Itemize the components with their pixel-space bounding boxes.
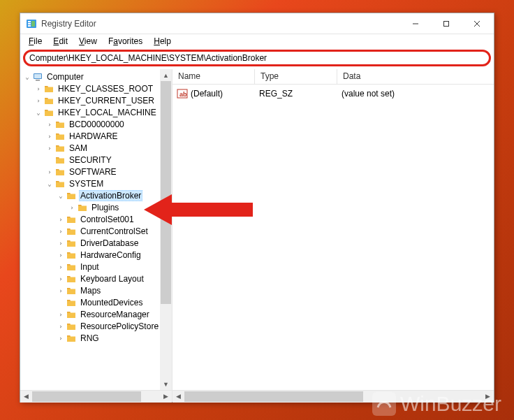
node-label: MountedDevices — [79, 298, 144, 307]
node-label: Plugins — [90, 203, 120, 212]
registry-editor-window: Registry Editor File Edit View Favorites… — [20, 13, 494, 403]
node-label: Input — [79, 262, 101, 272]
tree-node-controlset001[interactable]: ›ControlSet001 — [22, 213, 172, 225]
column-data[interactable]: Data — [337, 69, 494, 84]
tree-node-hkcr[interactable]: ›HKEY_CLASSES_ROOT — [22, 82, 172, 94]
address-bar[interactable] — [23, 50, 491, 66]
node-label: RNG — [79, 333, 101, 343]
chevron-down-icon[interactable]: ⌄ — [45, 180, 54, 188]
tree-node-resourcemanager[interactable]: ›ResourceManager — [22, 308, 172, 320]
scroll-thumb[interactable] — [161, 81, 171, 304]
menu-file[interactable]: File — [24, 35, 46, 48]
menu-view[interactable]: View — [75, 35, 101, 48]
tree-node-bcd[interactable]: ›BCD00000000 — [22, 118, 172, 130]
folder-icon — [55, 180, 65, 188]
value-row[interactable]: ab (Default) REG_SZ (value not set) — [177, 87, 490, 100]
menu-edit[interactable]: Edit — [49, 35, 72, 48]
chevron-right-icon[interactable]: › — [34, 85, 43, 93]
menu-help[interactable]: Help — [149, 35, 175, 48]
folder-icon — [66, 191, 76, 200]
chevron-down-icon[interactable]: ⌄ — [34, 108, 43, 117]
tree-node-hkcu[interactable]: ›HKEY_CURRENT_USER — [22, 94, 172, 106]
chevron-right-icon[interactable]: › — [57, 334, 65, 342]
tree-node-maps[interactable]: ›Maps — [22, 284, 172, 296]
tree-node-system[interactable]: ⌄SYSTEM — [22, 178, 172, 189]
chevron-right-icon[interactable]: › — [57, 310, 65, 319]
value-data: (value not set) — [342, 89, 395, 99]
tree-node-currentcontrolset[interactable]: ›CurrentControlSet — [22, 225, 172, 237]
tree-node-activationbroker[interactable]: ⌄ActivationBroker — [22, 189, 172, 201]
scroll-thumb[interactable] — [32, 391, 141, 402]
tree-node-plugins[interactable]: ›Plugins — [22, 201, 172, 213]
svg-rect-6 — [444, 21, 449, 26]
chevron-right-icon[interactable]: › — [57, 239, 65, 247]
chevron-down-icon[interactable]: ⌄ — [57, 191, 65, 200]
chevron-right-icon[interactable]: › — [45, 144, 54, 152]
tree-pane: ⌄Computer ›HKEY_CLASSES_ROOT ›HKEY_CURRE… — [20, 69, 172, 402]
tree-node-sam[interactable]: ›SAM — [22, 142, 172, 154]
tree-node-keyboardlayout[interactable]: ›Keyboard Layout — [22, 273, 172, 284]
value-type: REG_SZ — [259, 89, 342, 99]
node-label: HKEY_CLASSES_ROOT — [57, 84, 154, 94]
tree-node-driverdatabase[interactable]: ›DriverDatabase — [22, 237, 172, 249]
tree-node-hardware[interactable]: ›HARDWARE — [22, 130, 172, 142]
tree-node-resourcepolicystore[interactable]: ›ResourcePolicyStore — [22, 320, 172, 332]
svg-rect-11 — [36, 80, 40, 81]
tree-node-security[interactable]: ›SECURITY — [22, 154, 172, 166]
column-name[interactable]: Name — [172, 69, 255, 84]
node-label: HKEY_LOCAL_MACHINE — [57, 108, 158, 117]
string-value-icon: ab — [177, 88, 188, 99]
chevron-right-icon[interactable]: › — [45, 132, 54, 140]
folder-icon — [55, 144, 65, 152]
tree-node-software[interactable]: ›SOFTWARE — [22, 166, 172, 178]
scroll-left-button[interactable]: ◀ — [172, 391, 184, 403]
chevron-right-icon[interactable]: › — [45, 168, 54, 176]
chevron-right-icon[interactable]: › — [57, 251, 65, 259]
minimize-button[interactable] — [400, 14, 431, 34]
chevron-down-icon[interactable]: ⌄ — [23, 73, 31, 81]
close-button[interactable] — [462, 14, 492, 34]
chevron-right-icon[interactable]: › — [57, 263, 65, 271]
chevron-right-icon[interactable]: › — [68, 203, 76, 212]
tree-node-hklm[interactable]: ⌄HKEY_LOCAL_MACHINE — [22, 106, 172, 118]
chevron-right-icon[interactable]: › — [57, 215, 65, 224]
node-label: SOFTWARE — [68, 167, 118, 177]
chevron-right-icon[interactable]: › — [57, 287, 65, 295]
folder-icon — [66, 275, 76, 283]
values-horizontal-scrollbar[interactable]: ◀ ▶ — [172, 390, 494, 402]
menu-favorites[interactable]: Favorites — [104, 35, 147, 48]
maximize-button[interactable] — [431, 14, 462, 34]
folder-icon — [78, 203, 87, 212]
address-input[interactable] — [29, 53, 485, 63]
column-type[interactable]: Type — [255, 69, 337, 84]
chevron-right-icon[interactable]: › — [34, 96, 43, 105]
node-label: SYSTEM — [68, 179, 105, 189]
tree-node-computer[interactable]: ⌄Computer — [22, 71, 172, 82]
scroll-right-button[interactable]: ▶ — [482, 391, 494, 403]
scroll-right-button[interactable]: ▶ — [160, 391, 172, 403]
tree-node-mounteddevices[interactable]: ›MountedDevices — [22, 296, 172, 308]
tree-node-rng[interactable]: ›RNG — [22, 332, 172, 344]
folder-icon — [66, 227, 76, 236]
chevron-right-icon[interactable]: › — [57, 322, 65, 331]
tree-node-hardwareconfig[interactable]: ›HardwareConfig — [22, 249, 172, 261]
menubar: File Edit View Favorites Help — [20, 34, 494, 48]
folder-icon — [66, 322, 76, 331]
scroll-up-button[interactable]: ▲ — [160, 69, 172, 81]
node-label-selected: ActivationBroker — [79, 190, 142, 201]
chevron-right-icon[interactable]: › — [45, 120, 54, 129]
scroll-left-button[interactable]: ◀ — [20, 391, 32, 403]
titlebar[interactable]: Registry Editor — [20, 13, 494, 34]
tree-node-input[interactable]: ›Input — [22, 261, 172, 273]
tree-vertical-scrollbar[interactable]: ▲ ▼ — [160, 69, 172, 390]
scroll-thumb[interactable] — [184, 391, 363, 402]
chevron-right-icon[interactable]: › — [57, 227, 65, 236]
node-label: Computer — [45, 72, 85, 82]
chevron-right-icon[interactable]: › — [57, 275, 65, 283]
folder-icon — [66, 239, 76, 247]
tree-horizontal-scrollbar[interactable]: ◀ ▶ — [20, 390, 172, 402]
computer-icon — [33, 73, 43, 81]
node-label: HardwareConfig — [79, 250, 142, 260]
scroll-down-button[interactable]: ▼ — [160, 378, 172, 390]
folder-icon — [44, 108, 54, 117]
